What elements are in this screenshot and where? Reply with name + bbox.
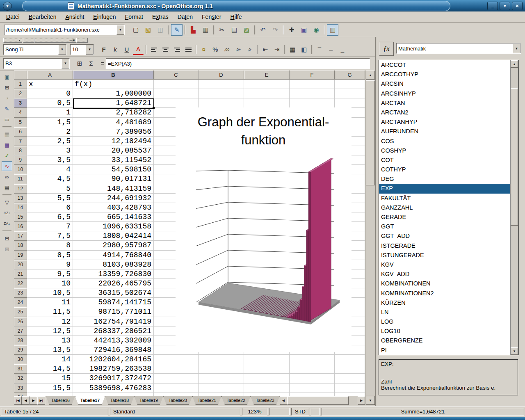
- menu-ansicht[interactable]: Ansicht: [61, 12, 89, 21]
- row-header-14[interactable]: 14: [14, 203, 27, 212]
- cell-A1[interactable]: x: [27, 80, 73, 89]
- function-item-kgv[interactable]: KGV: [379, 260, 518, 269]
- cell-reference-combo[interactable]: ▼: [3, 58, 70, 69]
- insert-cells-icon[interactable]: ⊞: [2, 82, 12, 92]
- row-header-17[interactable]: 17: [14, 231, 27, 241]
- underline-icon[interactable]: U: [121, 45, 132, 55]
- cell-F1[interactable]: [290, 80, 335, 89]
- navigator-icon[interactable]: ✚: [286, 24, 297, 36]
- menu-hilfe[interactable]: Hilfe: [226, 12, 247, 21]
- row-header-24[interactable]: 24: [14, 298, 27, 307]
- cell-B2[interactable]: 1,000000: [73, 89, 154, 98]
- cell-B10[interactable]: 54,598150: [73, 165, 154, 174]
- sort-ascending-icon[interactable]: AZ↓: [2, 208, 12, 218]
- cell-A11[interactable]: 4,5: [27, 174, 73, 184]
- cut-icon[interactable]: ✂: [216, 24, 228, 36]
- window-menu-button[interactable]: ▼: [3, 2, 12, 11]
- sheet-tab-tabelle17[interactable]: Tabelle17: [75, 396, 105, 405]
- row-header-27[interactable]: 27: [14, 326, 27, 336]
- autofilter-icon[interactable]: ▽: [2, 197, 12, 207]
- function-item-cothyp[interactable]: COTHYP: [379, 165, 518, 174]
- menu-datei[interactable]: Datei: [2, 12, 24, 21]
- choose-themes-icon[interactable]: ▩: [2, 140, 12, 150]
- cell-B13[interactable]: 244,691932: [73, 194, 154, 203]
- new-document-icon[interactable]: ▢: [130, 24, 142, 36]
- undo-icon[interactable]: ↶: [257, 24, 269, 36]
- function-item-kürzen[interactable]: KÜRZEN: [379, 298, 518, 308]
- function-item-cot[interactable]: COT: [379, 155, 518, 165]
- align-left-icon[interactable]: [148, 45, 159, 55]
- cell-B17[interactable]: 1808,042414: [73, 231, 154, 241]
- select-all-corner[interactable]: [14, 71, 27, 80]
- next-sheet-button[interactable]: ▶: [30, 396, 37, 405]
- cell-D31[interactable]: [199, 364, 244, 374]
- align-bottom-icon[interactable]: _: [337, 45, 348, 55]
- row-header-11[interactable]: 11: [14, 174, 27, 184]
- title-capsule[interactable]: Mathematik1-Funktionen.sxc - OpenOffice.…: [22, 1, 450, 11]
- increase-indent-icon[interactable]: ⇥: [272, 45, 282, 55]
- cell-A32[interactable]: 15: [27, 374, 73, 383]
- function-item-arctanhyp[interactable]: ARCTANHYP: [379, 117, 518, 127]
- vertical-scroll-thumb[interactable]: [366, 80, 375, 185]
- row-header-23[interactable]: 23: [14, 288, 27, 298]
- cell-B8[interactable]: 20,085537: [73, 146, 154, 155]
- sort-descending-icon[interactable]: ZA↓: [2, 219, 12, 228]
- spreadsheet-grid[interactable]: ABCDEFG 1xf(x)201,00000030,51,648721412,…: [14, 71, 365, 396]
- row-header-7[interactable]: 7: [14, 137, 27, 146]
- cell-B33[interactable]: 5389698,476283: [73, 383, 154, 393]
- function-item-gerade[interactable]: GERADE: [379, 212, 518, 222]
- cell-F32[interactable]: [290, 374, 335, 383]
- cell-A20[interactable]: 9: [27, 260, 73, 269]
- cell-B29[interactable]: 729416,369848: [73, 345, 154, 355]
- row-header-19[interactable]: 19: [14, 251, 27, 260]
- function-item-aufrunden[interactable]: AUFRUNDEN: [379, 127, 518, 136]
- decrease-indent-icon[interactable]: ⇤: [260, 45, 271, 55]
- cell-G32[interactable]: [335, 374, 365, 383]
- cell-A29[interactable]: 13,5: [27, 345, 73, 355]
- menu-format[interactable]: Format: [121, 12, 148, 21]
- cell-B3[interactable]: 1,648721: [73, 98, 154, 108]
- last-sheet-button[interactable]: ▶|: [37, 396, 45, 405]
- cell-B26[interactable]: 162754,791419: [73, 317, 154, 326]
- function-item-kgv_add[interactable]: KGV_ADD: [379, 269, 518, 279]
- cell-D30[interactable]: [199, 355, 244, 364]
- formula-input[interactable]: [106, 59, 370, 68]
- first-sheet-button[interactable]: |◀: [14, 396, 22, 405]
- row-header-20[interactable]: 20: [14, 260, 27, 269]
- toolbar-handle[interactable]: [23, 38, 34, 43]
- open-document-icon[interactable]: ▧: [142, 24, 154, 36]
- italic-icon[interactable]: k: [110, 45, 121, 55]
- cell-F30[interactable]: [290, 355, 335, 364]
- cell-A9[interactable]: 3,5: [27, 155, 73, 165]
- column-header-B[interactable]: B: [73, 71, 154, 80]
- cell-reference-input[interactable]: [4, 59, 62, 68]
- row-header-13[interactable]: 13: [14, 194, 27, 203]
- cell-F3[interactable]: [290, 98, 335, 108]
- cell-A2[interactable]: 0: [27, 89, 73, 98]
- cell-A6[interactable]: 2: [27, 127, 73, 137]
- row-header-10[interactable]: 10: [14, 165, 27, 174]
- function-item-arctan[interactable]: ARCTAN: [379, 98, 518, 108]
- cell-B31[interactable]: 1982759,263538: [73, 364, 154, 374]
- print-icon[interactable]: ▦: [200, 24, 211, 36]
- row-header-18[interactable]: 18: [14, 241, 27, 250]
- cell-F33[interactable]: [290, 383, 335, 393]
- cell-C30[interactable]: [154, 355, 199, 364]
- cell-G33[interactable]: [335, 383, 365, 393]
- find-replace-icon[interactable]: ∞: [2, 172, 12, 182]
- align-top-icon[interactable]: ¯: [314, 45, 325, 55]
- cell-G1[interactable]: [335, 80, 365, 89]
- cell-G30[interactable]: [335, 355, 365, 364]
- function-item-pi[interactable]: PI: [379, 346, 518, 355]
- function-autopilot-icon[interactable]: ⊞: [74, 59, 85, 68]
- align-justify-icon[interactable]: [183, 45, 194, 55]
- cell-A13[interactable]: 5,5: [27, 194, 73, 203]
- number-standard-icon[interactable]: ,00: [221, 45, 232, 55]
- row-header-34[interactable]: 34: [14, 393, 27, 396]
- function-category-combo[interactable]: ▼: [396, 43, 521, 54]
- font-name-input[interactable]: [4, 45, 58, 54]
- cell-B32[interactable]: 3269017,372472: [73, 374, 154, 383]
- cell-A23[interactable]: 10,5: [27, 288, 73, 298]
- copy-icon[interactable]: ▤: [228, 24, 240, 36]
- cell-B19[interactable]: 4914,768840: [73, 251, 154, 260]
